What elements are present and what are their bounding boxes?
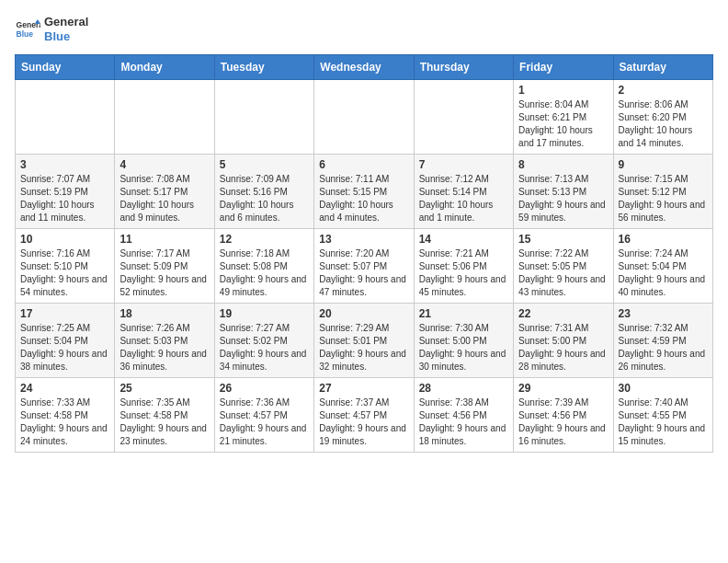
calendar-day-cell: 29Sunrise: 7:39 AM Sunset: 4:56 PM Dayli… xyxy=(514,378,613,453)
day-info: Sunrise: 7:36 AM Sunset: 4:57 PM Dayligh… xyxy=(220,396,309,448)
calendar-day-cell xyxy=(214,80,313,155)
day-info: Sunrise: 7:20 AM Sunset: 5:07 PM Dayligh… xyxy=(319,247,408,299)
day-number: 25 xyxy=(119,382,209,395)
day-info: Sunrise: 7:30 AM Sunset: 5:00 PM Dayligh… xyxy=(419,322,508,373)
day-info: Sunrise: 7:37 AM Sunset: 4:57 PM Dayligh… xyxy=(319,396,408,448)
weekday-header: Tuesday xyxy=(214,55,313,80)
weekday-header: Sunday xyxy=(16,55,115,80)
logo-general: General xyxy=(44,15,88,29)
calendar-day-cell: 24Sunrise: 7:33 AM Sunset: 4:58 PM Dayli… xyxy=(16,378,115,453)
day-number: 15 xyxy=(518,233,608,246)
day-info: Sunrise: 7:29 AM Sunset: 5:01 PM Dayligh… xyxy=(319,322,408,373)
calendar-week-row: 3Sunrise: 7:07 AM Sunset: 5:19 PM Daylig… xyxy=(16,155,713,229)
day-info: Sunrise: 7:25 AM Sunset: 5:04 PM Dayligh… xyxy=(20,322,109,373)
page-header: General Blue General Blue xyxy=(15,15,713,43)
day-info: Sunrise: 7:32 AM Sunset: 4:59 PM Dayligh… xyxy=(619,322,708,373)
day-number: 22 xyxy=(518,307,608,320)
calendar-day-cell: 4Sunrise: 7:08 AM Sunset: 5:17 PM Daylig… xyxy=(115,155,214,229)
weekday-header: Saturday xyxy=(613,55,712,80)
calendar-week-row: 24Sunrise: 7:33 AM Sunset: 4:58 PM Dayli… xyxy=(16,378,713,453)
day-info: Sunrise: 7:12 AM Sunset: 5:14 PM Dayligh… xyxy=(419,173,508,224)
day-info: Sunrise: 7:18 AM Sunset: 5:08 PM Dayligh… xyxy=(220,247,309,299)
day-info: Sunrise: 7:26 AM Sunset: 5:03 PM Dayligh… xyxy=(119,322,209,373)
day-info: Sunrise: 7:17 AM Sunset: 5:09 PM Dayligh… xyxy=(119,247,209,299)
calendar-day-cell: 25Sunrise: 7:35 AM Sunset: 4:58 PM Dayli… xyxy=(115,378,214,453)
day-info: Sunrise: 7:40 AM Sunset: 4:55 PM Dayligh… xyxy=(619,396,708,448)
day-info: Sunrise: 7:07 AM Sunset: 5:19 PM Dayligh… xyxy=(20,173,109,224)
calendar-day-cell: 8Sunrise: 7:13 AM Sunset: 5:13 PM Daylig… xyxy=(514,155,613,229)
day-info: Sunrise: 7:15 AM Sunset: 5:12 PM Dayligh… xyxy=(619,173,708,224)
calendar-day-cell: 20Sunrise: 7:29 AM Sunset: 5:01 PM Dayli… xyxy=(314,304,414,378)
logo: General Blue General Blue xyxy=(15,15,88,43)
day-number: 3 xyxy=(20,158,109,171)
day-number: 1 xyxy=(518,84,608,97)
calendar-day-cell: 17Sunrise: 7:25 AM Sunset: 5:04 PM Dayli… xyxy=(16,304,115,378)
day-info: Sunrise: 7:08 AM Sunset: 5:17 PM Dayligh… xyxy=(119,173,209,224)
calendar-day-cell: 14Sunrise: 7:21 AM Sunset: 5:06 PM Dayli… xyxy=(414,229,513,304)
calendar-day-cell: 11Sunrise: 7:17 AM Sunset: 5:09 PM Dayli… xyxy=(115,229,214,304)
day-number: 29 xyxy=(518,382,608,395)
day-info: Sunrise: 7:27 AM Sunset: 5:02 PM Dayligh… xyxy=(220,322,309,373)
calendar-day-cell xyxy=(16,80,115,155)
svg-text:Blue: Blue xyxy=(17,29,34,38)
calendar-day-cell: 21Sunrise: 7:30 AM Sunset: 5:00 PM Dayli… xyxy=(414,304,513,378)
day-number: 13 xyxy=(319,233,408,246)
day-info: Sunrise: 7:13 AM Sunset: 5:13 PM Dayligh… xyxy=(518,173,608,224)
day-info: Sunrise: 8:06 AM Sunset: 6:20 PM Dayligh… xyxy=(619,98,708,150)
calendar-day-cell: 9Sunrise: 7:15 AM Sunset: 5:12 PM Daylig… xyxy=(613,155,712,229)
weekday-header: Thursday xyxy=(414,55,513,80)
day-number: 6 xyxy=(319,158,408,171)
day-info: Sunrise: 7:11 AM Sunset: 5:15 PM Dayligh… xyxy=(319,173,408,224)
day-number: 18 xyxy=(119,307,209,320)
day-info: Sunrise: 7:24 AM Sunset: 5:04 PM Dayligh… xyxy=(619,247,708,299)
calendar-day-cell: 5Sunrise: 7:09 AM Sunset: 5:16 PM Daylig… xyxy=(214,155,313,229)
day-info: Sunrise: 8:04 AM Sunset: 6:21 PM Dayligh… xyxy=(518,98,608,150)
calendar-day-cell: 1Sunrise: 8:04 AM Sunset: 6:21 PM Daylig… xyxy=(514,80,613,155)
day-info: Sunrise: 7:31 AM Sunset: 5:00 PM Dayligh… xyxy=(518,322,608,373)
calendar-week-row: 1Sunrise: 8:04 AM Sunset: 6:21 PM Daylig… xyxy=(16,80,713,155)
calendar-day-cell xyxy=(115,80,214,155)
day-number: 9 xyxy=(619,158,708,171)
logo-icon: General Blue xyxy=(15,17,40,42)
day-number: 12 xyxy=(220,233,309,246)
calendar-day-cell: 27Sunrise: 7:37 AM Sunset: 4:57 PM Dayli… xyxy=(314,378,414,453)
calendar-day-cell xyxy=(414,80,513,155)
day-number: 2 xyxy=(619,84,708,97)
weekday-header: Monday xyxy=(115,55,214,80)
day-number: 17 xyxy=(20,307,109,320)
calendar-day-cell: 7Sunrise: 7:12 AM Sunset: 5:14 PM Daylig… xyxy=(414,155,513,229)
day-number: 16 xyxy=(619,233,708,246)
calendar-day-cell: 3Sunrise: 7:07 AM Sunset: 5:19 PM Daylig… xyxy=(16,155,115,229)
day-number: 7 xyxy=(419,158,508,171)
calendar-day-cell: 28Sunrise: 7:38 AM Sunset: 4:56 PM Dayli… xyxy=(414,378,513,453)
day-info: Sunrise: 7:33 AM Sunset: 4:58 PM Dayligh… xyxy=(20,396,109,448)
calendar-table: SundayMondayTuesdayWednesdayThursdayFrid… xyxy=(15,54,713,453)
day-number: 5 xyxy=(220,158,309,171)
calendar-day-cell: 13Sunrise: 7:20 AM Sunset: 5:07 PM Dayli… xyxy=(314,229,414,304)
day-number: 8 xyxy=(518,158,608,171)
calendar-day-cell: 15Sunrise: 7:22 AM Sunset: 5:05 PM Dayli… xyxy=(514,229,613,304)
calendar-day-cell: 16Sunrise: 7:24 AM Sunset: 5:04 PM Dayli… xyxy=(613,229,712,304)
calendar-day-cell xyxy=(314,80,414,155)
calendar-day-cell: 26Sunrise: 7:36 AM Sunset: 4:57 PM Dayli… xyxy=(214,378,313,453)
calendar-day-cell: 6Sunrise: 7:11 AM Sunset: 5:15 PM Daylig… xyxy=(314,155,414,229)
day-number: 26 xyxy=(220,382,309,395)
day-number: 24 xyxy=(20,382,109,395)
day-number: 4 xyxy=(119,158,209,171)
day-number: 23 xyxy=(619,307,708,320)
weekday-header-row: SundayMondayTuesdayWednesdayThursdayFrid… xyxy=(16,55,713,80)
calendar-day-cell: 23Sunrise: 7:32 AM Sunset: 4:59 PM Dayli… xyxy=(613,304,712,378)
day-info: Sunrise: 7:39 AM Sunset: 4:56 PM Dayligh… xyxy=(518,396,608,448)
day-info: Sunrise: 7:38 AM Sunset: 4:56 PM Dayligh… xyxy=(419,396,508,448)
calendar-day-cell: 12Sunrise: 7:18 AM Sunset: 5:08 PM Dayli… xyxy=(214,229,313,304)
day-number: 28 xyxy=(419,382,508,395)
calendar-day-cell: 22Sunrise: 7:31 AM Sunset: 5:00 PM Dayli… xyxy=(514,304,613,378)
calendar-day-cell: 2Sunrise: 8:06 AM Sunset: 6:20 PM Daylig… xyxy=(613,80,712,155)
calendar-week-row: 10Sunrise: 7:16 AM Sunset: 5:10 PM Dayli… xyxy=(16,229,713,304)
day-number: 21 xyxy=(419,307,508,320)
day-info: Sunrise: 7:21 AM Sunset: 5:06 PM Dayligh… xyxy=(419,247,508,299)
calendar-week-row: 17Sunrise: 7:25 AM Sunset: 5:04 PM Dayli… xyxy=(16,304,713,378)
day-number: 27 xyxy=(319,382,408,395)
weekday-header: Friday xyxy=(514,55,613,80)
day-info: Sunrise: 7:22 AM Sunset: 5:05 PM Dayligh… xyxy=(518,247,608,299)
